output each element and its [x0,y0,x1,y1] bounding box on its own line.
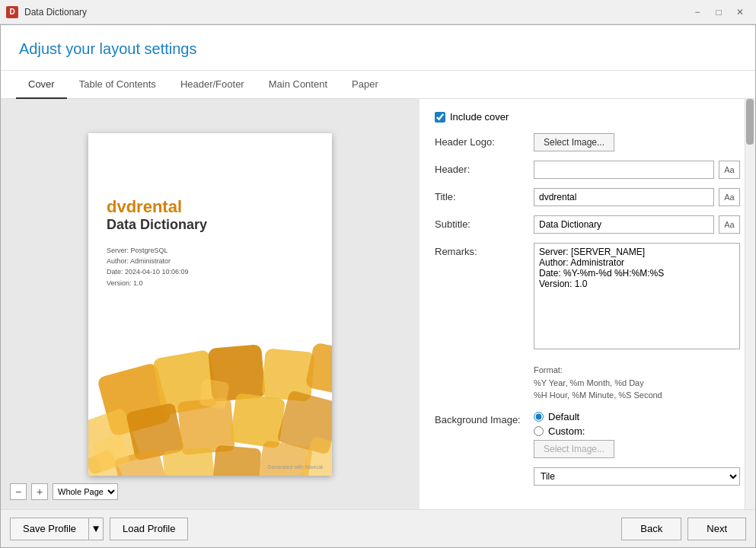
app-icon: D [6,6,18,18]
remarks-textarea-wrapper: Server: [SERVER_NAME] Author: Administra… [534,243,740,352]
background-image-row: Background Image: Default Custom: Select… [435,411,740,458]
bg-custom-option: Custom: [534,425,585,437]
bg-default-label: Default [548,411,579,422]
content-area: dvdrental Data Dictionary Server: Postgr… [1,99,755,509]
svg-rect-8 [230,392,285,448]
tab-bar: Cover Table of Contents Header/Footer Ma… [1,71,755,99]
subtitle-input[interactable] [534,215,714,234]
subtitle-row: Subtitle: Aa [435,215,740,234]
include-cover-row: Include cover [435,111,740,123]
select-logo-button[interactable]: Select Image... [534,133,614,151]
bottom-toolbar: Save Profile ▼ Load Profile Back Next [1,509,755,547]
svg-rect-12 [162,447,215,476]
remarks-row: Remarks: Server: [SERVER_NAME] Author: A… [435,243,740,352]
bg-default-radio[interactable] [534,412,544,422]
maximize-button[interactable]: □ [709,5,729,20]
preview-content: dvdrental Data Dictionary Server: Postgr… [88,133,332,307]
include-cover-label: Include cover [450,111,509,123]
remarks-field-control: Server: [SERVER_NAME] Author: Administra… [534,243,740,352]
zoom-in-button[interactable]: + [31,483,48,500]
tab-header-footer[interactable]: Header/Footer [168,71,257,99]
titlebar-controls: − □ ✕ [687,5,750,20]
background-image-control: Default Custom: Select Image... [534,411,740,458]
title-field-label: Title: [435,188,534,202]
header-logo-row: Header Logo: Select Image... [435,133,740,151]
preview-title-sub: Data Dictionary [107,217,314,233]
header-font-button[interactable]: Aa [719,161,740,179]
titlebar-title: Data Dictionary [24,7,687,18]
remarks-textarea[interactable]: Server: [SERVER_NAME] Author: Administra… [534,243,740,349]
format-row: Format: %Y Year, %m Month, %d Day %H Hou… [435,361,740,402]
pattern-svg [88,308,332,476]
header-section: Adjust your layout settings [1,25,755,71]
tile-select[interactable]: Tile Stretch Center [534,467,740,486]
header-logo-control: Select Image... [534,133,740,151]
header-field-control: Aa [534,161,740,179]
preview-meta: Server: PostgreSQL Author: Administrator… [107,245,314,289]
bg-default-option: Default [534,411,579,422]
preview-panel: dvdrental Data Dictionary Server: Postgr… [1,99,419,509]
zoom-select[interactable]: Whole Page 50% 75% 100% 125% 150% [53,483,118,500]
header-row: Header: Aa [435,161,740,179]
main-window: Adjust your layout settings Cover Table … [0,24,756,548]
title-font-button[interactable]: Aa [719,188,740,206]
title-field-control: Aa [534,188,740,206]
bg-custom-label: Custom: [548,425,585,437]
svg-rect-17 [199,378,230,409]
title-row: Title: Aa [435,188,740,206]
save-profile-arrow-button[interactable]: ▼ [88,518,104,540]
svg-rect-3 [261,348,314,401]
scrollbar-thumb[interactable] [746,99,754,145]
svg-rect-13 [212,444,261,476]
subtitle-font-button[interactable]: Aa [719,215,740,234]
scrollbar-track [745,99,755,509]
pattern-decoration [88,308,332,476]
remarks-field-label: Remarks: [435,243,534,257]
page-title: Adjust your layout settings [19,40,737,58]
preview-controls: − + Whole Page 50% 75% 100% 125% 150% [10,483,118,500]
tab-cover[interactable]: Cover [16,71,67,99]
header-input[interactable] [534,161,714,179]
preview-title-main: dvdrental [107,197,314,217]
settings-panel: Include cover Header Logo: Select Image.… [419,99,755,509]
save-profile-button[interactable]: Save Profile [10,518,88,540]
page-preview: dvdrental Data Dictionary Server: Postgr… [88,133,332,476]
titlebar: D Data Dictionary − □ ✕ [0,0,756,24]
save-profile-group: Save Profile ▼ [10,518,104,540]
minimize-button[interactable]: − [687,5,707,20]
tab-paper[interactable]: Paper [340,71,391,99]
subtitle-field-control: Aa [534,215,740,234]
format-hint: Format: %Y Year, %m Month, %d Day %H Hou… [534,364,662,402]
tab-main-content[interactable]: Main Content [257,71,340,99]
load-profile-button[interactable]: Load Profile [110,518,188,540]
close-button[interactable]: ✕ [730,5,750,20]
title-input[interactable] [534,188,714,206]
select-bg-button[interactable]: Select Image... [534,440,614,458]
tile-control: Tile Stretch Center [534,467,740,486]
back-button[interactable]: Back [621,518,681,540]
background-image-label: Background Image: [435,411,534,425]
tab-toc[interactable]: Table of Contents [67,71,168,99]
subtitle-field-label: Subtitle: [435,215,534,230]
preview-watermark: Generated with Navicat [267,464,323,470]
header-logo-label: Header Logo: [435,133,534,148]
next-button[interactable]: Next [687,518,746,540]
include-cover-checkbox[interactable] [435,112,445,123]
zoom-out-button[interactable]: − [10,483,27,500]
header-field-label: Header: [435,161,534,175]
tile-row: Tile Stretch Center [435,467,740,486]
bg-custom-radio[interactable] [534,426,544,436]
